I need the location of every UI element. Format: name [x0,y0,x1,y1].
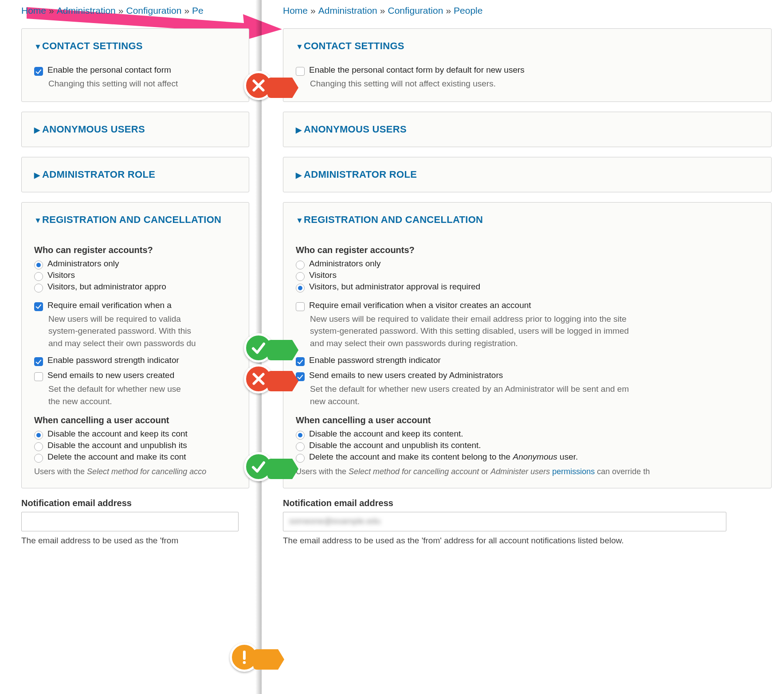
panel-anon-toggle[interactable]: ▶ANONYMOUS USERS [283,112,771,147]
notification-email-input[interactable] [21,512,239,531]
send-emails-checkbox[interactable] [296,372,305,381]
permissions-link[interactable]: permissions [552,467,595,476]
panel-adminrole-toggle[interactable]: ▶ADMINISTRATOR ROLE [283,157,771,192]
who-visitors-approval-radio[interactable] [296,284,305,292]
require-email-checkbox[interactable] [34,302,43,311]
cancel-delete-anon-radio[interactable] [34,454,43,463]
breadcrumb-admin[interactable]: Administration [318,5,377,16]
panel-adminrole-toggle[interactable]: ▶ADMINISTRATOR ROLE [22,157,249,192]
panel-reg-toggle[interactable]: ▼REGISTRATION AND CANCELLATION [283,203,771,237]
cancel-heading: When cancelling a user account [296,415,759,425]
pwd-strength-checkbox[interactable] [34,357,43,366]
cancel-disable-keep-radio[interactable] [296,431,305,440]
who-visitors-radio[interactable] [296,272,305,281]
notification-email-label: Notification email address [21,498,249,508]
breadcrumb-config[interactable]: Configuration [388,5,443,16]
who-admin-radio[interactable] [34,261,43,269]
who-register-heading: Who can register accounts? [296,245,759,255]
enable-contact-label: Enable the personal contact form by defa… [309,65,525,75]
who-visitors-approval-radio[interactable] [34,284,43,292]
pwd-strength-checkbox[interactable] [296,357,305,366]
caret-right-icon: ▶ [34,125,42,135]
who-register-heading: Who can register accounts? [34,245,236,255]
breadcrumb: Home»Administration»Configuration»People [283,5,772,16]
cancel-disable-unpub-radio[interactable] [34,442,43,451]
cancel-disable-unpub-radio[interactable] [296,442,305,451]
enable-contact-checkbox[interactable] [296,67,305,76]
caret-down-icon: ▼ [34,43,42,51]
require-email-checkbox[interactable] [296,302,305,311]
caret-right-icon: ▶ [34,171,42,180]
breadcrumb-admin[interactable]: Administration [57,5,116,16]
panel-contact-toggle[interactable]: ▼CONTACT SETTINGS [283,29,771,63]
cancel-disable-keep-radio[interactable] [34,431,43,440]
cancel-delete-anon-radio[interactable] [296,454,305,463]
notification-email-input[interactable] [283,512,726,531]
breadcrumb-home[interactable]: Home [283,5,308,16]
who-admin-radio[interactable] [296,261,305,269]
notification-email-label: Notification email address [283,498,772,508]
panel-anon-toggle[interactable]: ▶ANONYMOUS USERS [22,112,249,147]
panel-contact-toggle[interactable]: ▼CONTACT SETTINGS [22,29,249,63]
breadcrumb-home[interactable]: Home [21,5,46,16]
enable-contact-label: Enable the personal contact form [47,65,171,75]
enable-contact-checkbox[interactable] [34,67,43,76]
caret-down-icon: ▼ [296,43,304,51]
caret-right-icon: ▶ [296,171,304,180]
breadcrumb-people[interactable]: Pe [192,5,204,16]
cancel-heading: When cancelling a user account [34,415,236,425]
breadcrumb-config[interactable]: Configuration [126,5,181,16]
caret-down-icon: ▼ [34,216,42,225]
panel-reg-toggle[interactable]: ▼REGISTRATION AND CANCELLATION [22,203,249,237]
send-emails-checkbox[interactable] [34,372,43,381]
who-visitors-radio[interactable] [34,272,43,281]
caret-down-icon: ▼ [296,216,304,225]
caret-right-icon: ▶ [296,125,304,135]
breadcrumb: Home»Administration»Configuration»Pe [21,5,249,16]
breadcrumb-people[interactable]: People [454,5,482,16]
